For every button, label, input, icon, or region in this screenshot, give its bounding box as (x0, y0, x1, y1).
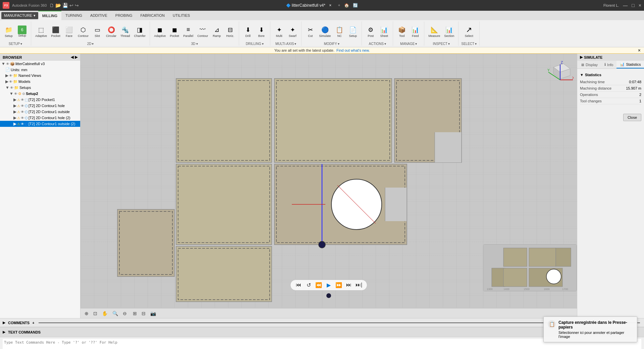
grid-tool[interactable]: ⊟ (140, 310, 147, 317)
browser-op-1[interactable]: ▶ ⚠ 👁 ⬚ [T2] 2D Pocket1 (0, 97, 80, 103)
op3-vis-icon[interactable]: 👁 (21, 110, 24, 114)
orbit-tool[interactable]: ⊕ (83, 310, 90, 317)
setups-visibility-icon[interactable]: 👁 (10, 86, 13, 90)
hand-tool[interactable]: ✋ (101, 310, 109, 317)
browser-collapse-icon[interactable]: ◀ (71, 55, 73, 59)
models-visibility-icon[interactable]: 👁 (9, 80, 12, 84)
browser-op-4[interactable]: ▶ ⚠ 👁 ⬡ [T2] 2D Contour1 hole (2) (0, 115, 80, 121)
select-tool[interactable]: ↗ Select (463, 24, 475, 39)
setup-sheet-tool[interactable]: 📄Setup (347, 24, 359, 39)
notification-popup[interactable]: 📋 Capture enregistrée dans le Presse-pap… (543, 316, 637, 342)
nc-tool[interactable]: 📋NC (333, 24, 345, 39)
tab-additive[interactable]: ADDITIVE (86, 11, 111, 20)
tab-milling[interactable]: MILLING (38, 11, 61, 20)
drill-tool[interactable]: ⬇Drill (242, 24, 254, 39)
zoom-out-tool[interactable]: ⊖ (121, 310, 128, 317)
tab-utilities[interactable]: UTILITIES (169, 11, 194, 20)
browser-expand-icon[interactable]: ▶ (75, 55, 77, 59)
update-link[interactable]: Find out what's new. (336, 48, 370, 52)
parallel-tool[interactable]: ≡Parallel (182, 24, 195, 39)
post-tool[interactable]: ⚙Post (365, 24, 377, 39)
setup2-visibility-icon[interactable]: 👁 (14, 92, 17, 96)
sim-tab-statistics[interactable]: 📊 Statistics (616, 61, 644, 68)
browser-root[interactable]: ▼ 👁 📦 litterCabinetfull v3 (0, 61, 80, 67)
sim-tab-display[interactable]: 🖥 Display (577, 61, 601, 68)
op5-vis-icon[interactable]: 👁 (21, 122, 24, 126)
save-icon[interactable]: 💾 (62, 3, 68, 8)
window-minimize-btn[interactable]: — (623, 3, 628, 8)
cut-tool[interactable]: ✂Cut (304, 24, 316, 39)
op4-vis-icon[interactable]: 👁 (21, 116, 24, 120)
zoom-in-tool[interactable]: 🔍 (111, 310, 119, 317)
add-comment-icon[interactable]: + (32, 321, 34, 325)
sheet-tool[interactable]: 📊Sheet (378, 24, 390, 39)
tab-probing[interactable]: PROBING (111, 11, 137, 20)
home-icon[interactable]: 🏠 (344, 3, 349, 8)
pan-tool[interactable]: ⊡ (92, 310, 99, 317)
named-views-visibility-icon[interactable]: 👁 (9, 74, 12, 78)
stats-collapse-icon[interactable]: ▼ (580, 73, 584, 77)
horizontal-tool[interactable]: ⊟Horiz. (224, 24, 236, 39)
comments-expand-icon[interactable]: ▶ (3, 320, 5, 325)
multiaxis-tool[interactable]: ✦Multi (273, 24, 285, 39)
browser-item-setup2[interactable]: ▼ 👁 ⚙ ⚙ Setup2 (0, 91, 80, 97)
browser-op-5[interactable]: ▶ ⚠ 👁 ⬡ [T2] 2D Contour1 outside (2) (0, 121, 80, 127)
setup-tool[interactable]: 📁Setup (3, 24, 15, 39)
close-update-bar-btn[interactable]: × (638, 48, 641, 53)
2d-contour-tool[interactable]: ⬡Contour (76, 24, 90, 39)
browser-item-models[interactable]: ▶ 👁 📁 Models (0, 79, 80, 85)
camera-tool[interactable]: 📷 (149, 310, 157, 317)
browser-item-setups[interactable]: ▼ 👁 📁 Setups (0, 85, 80, 91)
playback-next-btn[interactable]: ⏩ (335, 282, 343, 288)
open-file-icon[interactable]: 📂 (55, 3, 61, 8)
playback-loop-btn[interactable]: ↺ (305, 282, 313, 288)
window-maximize-btn[interactable]: □ (632, 3, 634, 8)
circular-tool[interactable]: ⭕Circular (105, 24, 118, 39)
feedrate-tool[interactable]: 📊Feed (409, 24, 421, 39)
quick-access[interactable]: 🗋 📂 💾 ↩ ↪ (49, 3, 79, 8)
stock-tool[interactable]: 6 Setup (16, 25, 28, 38)
tab-fabrication[interactable]: FABRICATION (137, 11, 169, 20)
undo-icon[interactable]: ↩ (69, 3, 73, 8)
measure-tool[interactable]: 📐Measure (427, 24, 441, 39)
slot-tool[interactable]: ▭Slot (91, 24, 103, 39)
tool-library-tool[interactable]: 📦Tool (396, 24, 408, 39)
new-file-icon[interactable]: 🗋 (49, 3, 54, 8)
text-commands-expand-icon[interactable]: ▶ (3, 330, 5, 334)
redo-icon[interactable]: ↪ (75, 3, 79, 8)
viewcube[interactable]: X Y Z (547, 57, 574, 84)
window-close-btn[interactable]: × (639, 3, 641, 8)
viewport[interactable]: X Y Z ⏮ ↺ ⏪ ▶ ⏩ ⏭ ⏭| ⊕ (80, 54, 577, 318)
simulate-tool[interactable]: 🔵Simulate (318, 24, 332, 39)
ramp-tool[interactable]: ⊿Ramp (211, 24, 223, 39)
2d-adaptive-tool[interactable]: ⬚Adaptive (34, 24, 48, 39)
adaptive-3d-tool[interactable]: ◼Adaptive (153, 24, 167, 39)
sim-tab-info[interactable]: ℹ Info (601, 61, 616, 68)
playback-last-btn[interactable]: ⏭| (355, 282, 363, 288)
op1-vis-icon[interactable]: 👁 (21, 98, 24, 102)
pocket-3d-tool[interactable]: ◼Pocket (168, 24, 180, 39)
fit-tool[interactable]: ⊞ (131, 310, 138, 317)
bore-tool[interactable]: ⬇Bore (255, 24, 267, 39)
contour-3d-tool[interactable]: 〰Contour (196, 24, 209, 39)
browser-item-named-views[interactable]: ▶ 👁 📁 Named Views (0, 72, 80, 79)
add-tab-btn[interactable]: + (338, 3, 340, 8)
setup2-gear-icon[interactable]: ⚙ (22, 92, 25, 96)
playback-skip-btn[interactable]: ⏭ (345, 282, 353, 288)
root-visibility-icon[interactable]: 👁 (6, 62, 9, 66)
close-simulate-btn[interactable]: Close (623, 114, 641, 121)
thread-tool[interactable]: 🔩Thread (119, 24, 131, 39)
refresh-icon[interactable]: 🔄 (353, 3, 358, 8)
close-tab-icon[interactable]: × (329, 3, 331, 8)
chamfer-tool[interactable]: ◨Chamfer (133, 24, 147, 39)
playback-play-btn[interactable]: ▶ (325, 282, 333, 288)
face-tool[interactable]: ⬜Face (63, 24, 75, 39)
playback-first-btn[interactable]: ⏮ (294, 282, 303, 288)
user-account[interactable]: Florent L. (603, 3, 619, 7)
op2-vis-icon[interactable]: 👁 (21, 104, 24, 108)
browser-op-3[interactable]: ▶ ⚠ 👁 ⬡ [T2] 2D Contour1 outside (0, 109, 80, 115)
2d-pocket-tool[interactable]: ⬛Pocket (50, 24, 62, 39)
browser-item-units[interactable]: 📄 Units: mm (0, 67, 80, 72)
manufacture-dropdown[interactable]: MANUFACTURE ▾ (1, 12, 38, 19)
swarf-tool[interactable]: ✦Swarf (286, 24, 299, 39)
